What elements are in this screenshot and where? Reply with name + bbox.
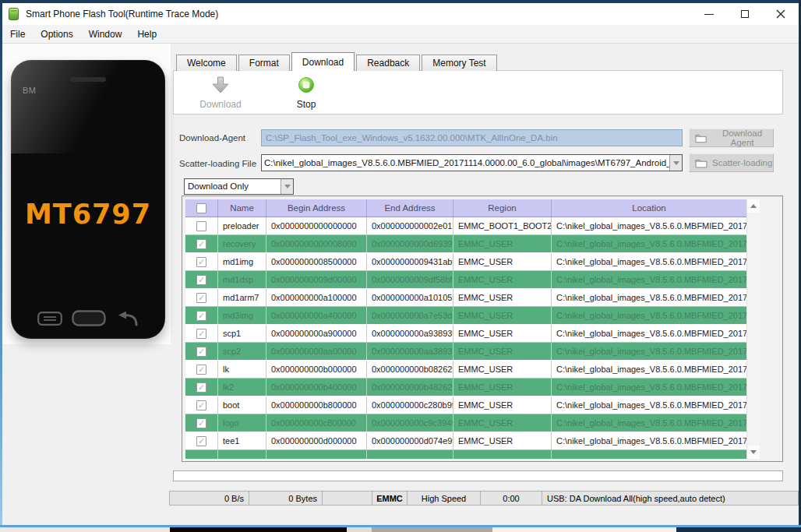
download-button[interactable]: Download — [188, 76, 253, 110]
table-row[interactable]: ✓md1dsp0x0000000009d000000x0000000009df5… — [185, 271, 746, 289]
menu-options[interactable]: Options — [33, 25, 80, 44]
progress-bar — [173, 470, 783, 481]
row-begin-address: 0x0000000009d00000 — [266, 271, 367, 288]
row-end-address: 0x000000000a10105f — [367, 289, 453, 306]
row-begin-address: 0x0000000000000000 — [266, 217, 367, 234]
row-checkbox[interactable]: ✓ — [196, 418, 206, 428]
folder-icon — [695, 158, 707, 168]
table-row[interactable]: ✓lk0x000000000b0000000x000000000b08262fE… — [185, 361, 746, 379]
row-end-address: 0x000000000b48262f — [367, 379, 453, 396]
maximize-button[interactable] — [727, 3, 763, 25]
table-row[interactable]: ✓md1arm70x000000000a1000000x000000000a10… — [185, 289, 746, 307]
table-row[interactable]: ✓scp20x000000000aa000000x000000000aa3893… — [185, 343, 746, 361]
table-row[interactable]: ✓md3img0x000000000a4000000x000000000a7e5… — [185, 307, 746, 325]
status-bytes: 0 Bytes — [249, 491, 323, 506]
minimize-button[interactable] — [691, 3, 727, 25]
chevron-down-icon — [673, 161, 679, 165]
tab-memory-test[interactable]: Memory Test — [422, 55, 496, 71]
table-row[interactable]: ✓recovery0x00000000000080000x0000000000d… — [185, 235, 746, 253]
row-begin-address: 0x000000000b400000 — [266, 379, 367, 396]
row-checkbox[interactable] — [196, 221, 206, 231]
table-row[interactable]: ✓boot0x000000000b8000000x000000000c280b9… — [185, 396, 746, 414]
row-checkbox[interactable]: ✓ — [196, 347, 206, 357]
select-all-checkbox[interactable] — [196, 203, 206, 213]
mode-dropdown-arrow[interactable] — [281, 179, 293, 194]
table-row[interactable]: ✓scp10x000000000a9000000x000000000a93893… — [185, 325, 746, 343]
table-row[interactable]: ✓tee10x000000000d0000000x000000000d074e9… — [185, 432, 746, 450]
stop-button[interactable]: Stop — [273, 76, 339, 110]
table-row[interactable]: ✓md1img0x00000000085000000x0000000009431… — [185, 253, 746, 271]
row-checkbox-cell: ✓ — [185, 235, 218, 252]
titlebar: Smart Phone Flash Tool(Runtime Trace Mod… — [2, 3, 799, 25]
toolbar: Download Stop — [173, 70, 783, 115]
close-icon — [776, 9, 785, 19]
checkmark-icon: ✓ — [198, 383, 205, 392]
status-usb-speed: High Speed — [407, 491, 481, 506]
row-checkbox[interactable]: ✓ — [196, 275, 206, 285]
row-checkbox[interactable]: ✓ — [196, 329, 206, 339]
row-checkbox[interactable]: ✓ — [196, 365, 206, 375]
tab-format[interactable]: Format — [238, 55, 290, 71]
table-row[interactable]: ✓lk20x000000000b4000000x000000000b48262f… — [185, 379, 746, 396]
row-name: md3img — [218, 307, 266, 324]
row-begin-address: 0x000000000b000000 — [266, 361, 367, 378]
download-agent-input[interactable]: C:\SP_Flash_Tool_exe_Windows_v5.1632.00.… — [261, 129, 683, 146]
row-checkbox[interactable]: ✓ — [196, 382, 206, 393]
scatter-file-value: C:\nikel_global_images_V8.5.6.0.MBFMIED_… — [264, 158, 683, 167]
tab-download[interactable]: Download — [291, 52, 355, 71]
row-checkbox[interactable]: ✓ — [196, 311, 206, 321]
scatter-loading-button[interactable]: Scatter-loading — [689, 153, 774, 172]
header-name[interactable]: Name — [218, 199, 266, 217]
row-region: EMMC_USER — [453, 414, 552, 432]
table-scrollbar[interactable] — [746, 199, 760, 459]
download-mode-select[interactable]: Download Only — [184, 178, 294, 195]
header-begin-address[interactable]: Begin Address — [266, 199, 367, 217]
row-location: C:\nikel_global_images_V8.5.6.0.MBFMIED_… — [552, 235, 746, 252]
tab-readback[interactable]: Readback — [356, 55, 420, 71]
row-begin-address: 0x000000000d000000 — [266, 432, 367, 449]
tabstrip: Welcome Format Download Readback Memory … — [176, 52, 499, 71]
table-row[interactable]: ✓logo0x000000000c8000000x000000000c9c394… — [185, 414, 746, 432]
row-region: EMMC_USER — [453, 361, 552, 378]
status-elapsed-time: 0:00 — [480, 491, 542, 506]
scatter-dropdown-arrow[interactable] — [669, 155, 682, 171]
menu-file[interactable]: File — [2, 25, 33, 44]
tab-welcome[interactable]: Welcome — [176, 55, 237, 71]
row-end-address: 0x0000000000d6939f — [367, 235, 453, 252]
table-header-row: Name Begin Address End Address Region Lo… — [185, 199, 746, 217]
menu-window[interactable]: Window — [81, 25, 130, 44]
row-name — [218, 450, 266, 459]
row-location — [552, 450, 746, 459]
row-checkbox[interactable]: ✓ — [196, 436, 206, 446]
table-row[interactable] — [185, 450, 746, 459]
app-icon — [9, 8, 19, 20]
scatter-file-select[interactable]: C:\nikel_global_images_V8.5.6.0.MBFMIED_… — [261, 154, 683, 171]
scatter-loading-label: Scatter-loading File — [179, 159, 256, 168]
row-location: C:\nikel_global_images_V8.5.6.0.MBFMIED_… — [552, 325, 746, 342]
header-region[interactable]: Region — [453, 199, 552, 217]
partition-table-group: Name Begin Address End Address Region Lo… — [182, 196, 783, 462]
row-end-address: 0x000000000aa3893f — [367, 343, 453, 360]
scroll-up-button[interactable] — [747, 199, 760, 213]
header-end-address[interactable]: End Address — [367, 199, 453, 217]
row-location: C:\nikel_global_images_V8.5.6.0.MBFMIED_… — [552, 432, 746, 449]
select-all-checkbox-cell — [185, 199, 218, 217]
scroll-down-button[interactable] — [747, 446, 760, 459]
row-checkbox[interactable]: ✓ — [196, 239, 206, 249]
checkmark-icon: ✓ — [198, 258, 205, 266]
row-region: EMMC_USER — [453, 271, 552, 288]
row-region: EMMC_USER — [453, 379, 552, 396]
row-location: C:\nikel_global_images_V8.5.6.0.MBFMIED_… — [552, 343, 746, 360]
menu-help[interactable]: Help — [129, 25, 164, 44]
row-checkbox[interactable]: ✓ — [196, 257, 206, 267]
table-row[interactable]: preloader0x00000000000000000x00000000000… — [185, 217, 746, 235]
row-checkbox[interactable]: ✓ — [196, 400, 206, 410]
row-checkbox[interactable]: ✓ — [196, 293, 206, 303]
phone-speaker — [70, 77, 106, 82]
row-begin-address: 0x000000000b800000 — [266, 396, 367, 414]
close-button[interactable] — [763, 3, 799, 25]
header-location[interactable]: Location — [552, 199, 746, 217]
download-agent-button[interactable]: Download Agent — [689, 129, 774, 147]
checkmark-icon: ✓ — [198, 437, 205, 446]
phone-back-icon — [115, 311, 139, 326]
